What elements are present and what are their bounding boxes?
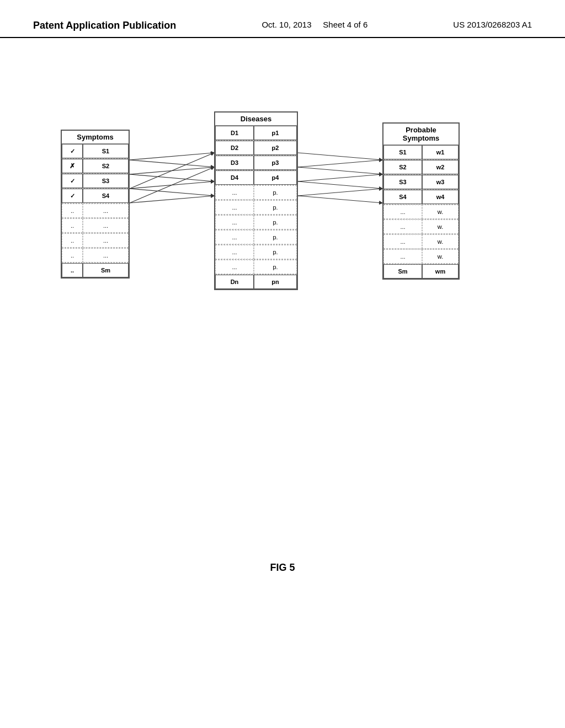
probable-label-s4: S4 bbox=[383, 190, 422, 204]
disease-row-dot5: ... p. bbox=[215, 245, 297, 260]
symptom-check-s2: ✗ bbox=[62, 159, 83, 173]
probable-row-s3: S3 w3 bbox=[383, 175, 459, 190]
disease-dot2a: ... bbox=[215, 200, 254, 215]
svg-line-14 bbox=[298, 189, 382, 196]
disease-row-dot3: ... p. bbox=[215, 215, 297, 230]
disease-dot3a: ... bbox=[215, 215, 254, 229]
symptom-dot1a: .. bbox=[62, 204, 83, 218]
header: Patent Application Publication Oct. 10, … bbox=[0, 0, 565, 38]
svg-line-1 bbox=[130, 160, 214, 167]
symptoms-title: Symptoms bbox=[62, 131, 129, 144]
symptoms-panel: Symptoms ✓ S1 ✗ S2 ✓ S3 ✓ bbox=[61, 130, 130, 153]
disease-row-dot1: ... p. bbox=[215, 185, 297, 200]
disease-row-d2: D2 p2 bbox=[215, 141, 297, 156]
probable-row-s1: S1 w1 bbox=[383, 145, 459, 160]
disease-label-dn: Dn bbox=[215, 275, 254, 289]
disease-label-d4: D4 bbox=[215, 170, 254, 185]
symptom-row-sm: .. Sm bbox=[62, 263, 129, 277]
svg-line-8 bbox=[130, 196, 214, 203]
disease-prob-d2: p2 bbox=[254, 141, 297, 155]
svg-line-3 bbox=[130, 174, 214, 181]
disease-prob-d1: p1 bbox=[254, 126, 297, 140]
symptom-label-s4: S4 bbox=[83, 189, 129, 203]
svg-line-7 bbox=[130, 167, 214, 203]
probable-row-dot4: ... w. bbox=[383, 249, 459, 264]
disease-row-dn: Dn pn bbox=[215, 275, 297, 289]
disease-label-d2: D2 bbox=[215, 141, 254, 155]
symptom-dot4a: .. bbox=[62, 248, 83, 263]
probable-table: Probable Symptoms S1 w1 S2 w2 S3 w3 bbox=[382, 122, 460, 280]
symptom-check-sm: .. bbox=[62, 263, 83, 277]
symptom-dot2a: .. bbox=[62, 218, 83, 233]
probable-row-dot1: ... w. bbox=[383, 205, 459, 220]
probable-title: Probable Symptoms bbox=[383, 124, 459, 145]
probable-dot2b: w. bbox=[422, 220, 459, 234]
symptom-dot4b: ... bbox=[83, 248, 129, 263]
probable-dot2a: ... bbox=[383, 220, 422, 234]
disease-label-d1: D1 bbox=[215, 126, 254, 140]
header-date-sheet: Oct. 10, 2013 Sheet 4 of 6 bbox=[262, 20, 367, 29]
disease-row-d1: D1 p1 bbox=[215, 126, 297, 141]
disease-row-d4: D4 p4 bbox=[215, 170, 297, 185]
svg-line-6 bbox=[130, 189, 214, 196]
probable-label-s3: S3 bbox=[383, 175, 422, 189]
svg-line-15 bbox=[298, 196, 382, 203]
symptom-row-s4: ✓ S4 bbox=[62, 189, 129, 204]
disease-row-dot4: ... p. bbox=[215, 230, 297, 245]
symptom-dot2b: ... bbox=[83, 218, 129, 233]
disease-dot1a: ... bbox=[215, 185, 254, 200]
disease-dot6a: ... bbox=[215, 260, 254, 274]
disease-dot5b: p. bbox=[254, 245, 297, 259]
symptom-label-sm: Sm bbox=[83, 263, 129, 277]
symptom-check-s1: ✓ bbox=[62, 144, 83, 158]
disease-prob-d4: p4 bbox=[254, 170, 297, 185]
probable-dot4a: ... bbox=[383, 249, 422, 264]
diseases-panel: Diseases D1 p1 D2 p2 D3 p3 D4 bbox=[214, 111, 298, 135]
probable-weight-sm: wm bbox=[422, 264, 459, 279]
disease-dot4a: ... bbox=[215, 230, 254, 244]
disease-row-d3: D3 p3 bbox=[215, 156, 297, 170]
disease-dot5a: ... bbox=[215, 245, 254, 259]
disease-prob-dn: pn bbox=[254, 275, 297, 289]
disease-row-dot6: ... p. bbox=[215, 260, 297, 275]
probable-dot1b: w. bbox=[422, 205, 459, 219]
symptom-row-dot3: .. ... bbox=[62, 233, 129, 248]
svg-line-4 bbox=[130, 153, 214, 189]
disease-dot4b: p. bbox=[254, 230, 297, 244]
page: Patent Application Publication Oct. 10, … bbox=[0, 0, 565, 728]
svg-line-12 bbox=[298, 174, 382, 181]
probable-weight-s2: w2 bbox=[422, 160, 459, 174]
symptom-row-dot2: .. ... bbox=[62, 218, 129, 233]
symptom-check-s3: ✓ bbox=[62, 174, 83, 188]
probable-row-dot2: ... w. bbox=[383, 220, 459, 234]
probable-dot4b: w. bbox=[422, 249, 459, 264]
probable-dot3a: ... bbox=[383, 234, 422, 249]
diseases-table: Diseases D1 p1 D2 p2 D3 p3 D4 bbox=[214, 111, 298, 290]
header-date: Oct. 10, 2013 bbox=[262, 20, 311, 29]
probable-label-s1: S1 bbox=[383, 145, 422, 159]
header-publication-title: Patent Application Publication bbox=[33, 20, 176, 31]
diagram-area: Symptoms ✓ S1 ✗ S2 ✓ S3 ✓ bbox=[28, 99, 537, 485]
svg-line-5 bbox=[130, 181, 214, 189]
disease-dot6b: p. bbox=[254, 260, 297, 274]
symptom-dot1b: ... bbox=[83, 204, 129, 218]
symptom-row-dot4: .. ... bbox=[62, 248, 129, 263]
probable-label-sm: Sm bbox=[383, 264, 422, 279]
disease-dot3b: p. bbox=[254, 215, 297, 229]
svg-line-10 bbox=[298, 160, 382, 167]
probable-weight-s4: w4 bbox=[422, 190, 459, 204]
symptom-dot3a: .. bbox=[62, 233, 83, 248]
figure-label: FIG 5 bbox=[270, 562, 295, 574]
probable-label-s2: S2 bbox=[383, 160, 422, 174]
probable-dot1a: ... bbox=[383, 205, 422, 219]
probable-row-s2: S2 w2 bbox=[383, 160, 459, 175]
probable-dot3b: w. bbox=[422, 234, 459, 249]
svg-line-13 bbox=[298, 181, 382, 189]
svg-line-9 bbox=[298, 153, 382, 160]
probable-weight-s1: w1 bbox=[422, 145, 459, 159]
symptom-row-s3: ✓ S3 bbox=[62, 174, 129, 189]
symptom-dot3b: ... bbox=[83, 233, 129, 248]
disease-prob-d3: p3 bbox=[254, 156, 297, 170]
symptom-label-s1: S1 bbox=[83, 144, 129, 158]
disease-dot1b: p. bbox=[254, 185, 297, 200]
